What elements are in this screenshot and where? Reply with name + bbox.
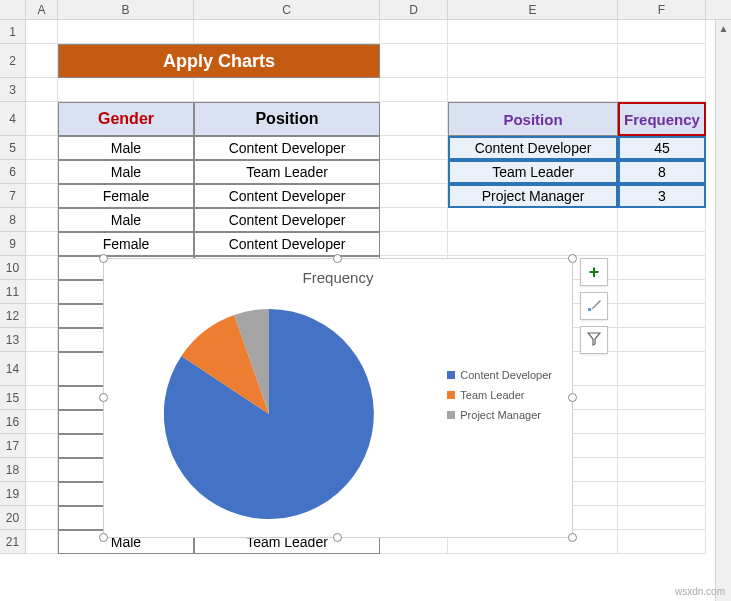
legend-item[interactable]: Team Leader: [447, 389, 552, 401]
cell[interactable]: [26, 386, 58, 410]
row-header[interactable]: 15: [0, 386, 26, 410]
chart-elements-button[interactable]: +: [580, 258, 608, 286]
cell[interactable]: [58, 78, 194, 102]
cell[interactable]: [194, 78, 380, 102]
cell[interactable]: [618, 44, 706, 78]
cell-frequency[interactable]: 45: [618, 136, 706, 160]
cell-frequency[interactable]: 8: [618, 160, 706, 184]
cell[interactable]: [618, 78, 706, 102]
row-header[interactable]: 11: [0, 280, 26, 304]
cell-position-r[interactable]: Content Developer: [448, 136, 618, 160]
cell[interactable]: [26, 20, 58, 44]
cell[interactable]: [448, 44, 618, 78]
cell[interactable]: [448, 232, 618, 256]
cell[interactable]: [618, 20, 706, 44]
row-header[interactable]: 13: [0, 328, 26, 352]
row-header[interactable]: 4: [0, 102, 26, 136]
cell[interactable]: [380, 184, 448, 208]
row-header[interactable]: 12: [0, 304, 26, 328]
cell[interactable]: [618, 434, 706, 458]
cell-position[interactable]: Content Developer: [194, 208, 380, 232]
cell[interactable]: [618, 482, 706, 506]
col-header-e[interactable]: E: [448, 0, 618, 19]
cell-position[interactable]: Content Developer: [194, 184, 380, 208]
cell[interactable]: [194, 20, 380, 44]
header-position-right[interactable]: Position: [448, 102, 618, 136]
row-header[interactable]: 3: [0, 78, 26, 102]
row-header[interactable]: 16: [0, 410, 26, 434]
col-header-d[interactable]: D: [380, 0, 448, 19]
cell[interactable]: [618, 280, 706, 304]
row-header[interactable]: 8: [0, 208, 26, 232]
header-frequency[interactable]: Frequency: [618, 102, 706, 136]
cell-position[interactable]: Content Developer: [194, 136, 380, 160]
cell[interactable]: [26, 304, 58, 328]
col-header-b[interactable]: B: [58, 0, 194, 19]
cell[interactable]: [380, 78, 448, 102]
row-header[interactable]: 6: [0, 160, 26, 184]
cell[interactable]: [618, 410, 706, 434]
resize-handle[interactable]: [568, 254, 577, 263]
cell-gender[interactable]: Male: [58, 208, 194, 232]
vertical-scrollbar[interactable]: ▲: [715, 20, 731, 601]
pie-chart-object[interactable]: Frequency Content Developer Team Leader …: [103, 258, 573, 538]
cell[interactable]: [618, 304, 706, 328]
cell[interactable]: [26, 232, 58, 256]
cell[interactable]: [26, 434, 58, 458]
cell-frequency[interactable]: 3: [618, 184, 706, 208]
cell[interactable]: [380, 232, 448, 256]
chart-legend[interactable]: Content Developer Team Leader Project Ma…: [447, 369, 552, 429]
row-header[interactable]: 9: [0, 232, 26, 256]
cell[interactable]: [618, 208, 706, 232]
cell[interactable]: [448, 20, 618, 44]
cell[interactable]: [618, 256, 706, 280]
cell[interactable]: [618, 232, 706, 256]
cell[interactable]: [26, 328, 58, 352]
chart-title[interactable]: Frequency: [104, 259, 572, 286]
row-header[interactable]: 2: [0, 44, 26, 78]
cell[interactable]: [26, 458, 58, 482]
cell[interactable]: [26, 352, 58, 386]
scroll-up-icon[interactable]: ▲: [716, 20, 731, 36]
pie-chart-plot[interactable]: [164, 309, 374, 519]
cell[interactable]: [26, 102, 58, 136]
cell[interactable]: [26, 410, 58, 434]
cell[interactable]: [618, 386, 706, 410]
cell[interactable]: [26, 280, 58, 304]
row-header[interactable]: 21: [0, 530, 26, 554]
cell-gender[interactable]: Male: [58, 136, 194, 160]
cell[interactable]: [26, 160, 58, 184]
resize-handle[interactable]: [99, 254, 108, 263]
col-header-f[interactable]: F: [618, 0, 706, 19]
cell[interactable]: [618, 458, 706, 482]
header-gender[interactable]: Gender: [58, 102, 194, 136]
col-header-a[interactable]: A: [26, 0, 58, 19]
header-position-left[interactable]: Position: [194, 102, 380, 136]
cell-gender[interactable]: Male: [58, 160, 194, 184]
cell[interactable]: [26, 78, 58, 102]
row-header[interactable]: 5: [0, 136, 26, 160]
cell[interactable]: [380, 20, 448, 44]
resize-handle[interactable]: [99, 393, 108, 402]
resize-handle[interactable]: [333, 254, 342, 263]
chart-filters-button[interactable]: [580, 326, 608, 354]
cell[interactable]: [448, 78, 618, 102]
cell[interactable]: [618, 506, 706, 530]
cell[interactable]: [380, 208, 448, 232]
row-header[interactable]: 14: [0, 352, 26, 386]
cell-position-r[interactable]: Team Leader: [448, 160, 618, 184]
row-header[interactable]: 10: [0, 256, 26, 280]
cell[interactable]: [26, 184, 58, 208]
title-cell[interactable]: Apply Charts: [58, 44, 380, 78]
cell[interactable]: [26, 530, 58, 554]
row-header[interactable]: 18: [0, 458, 26, 482]
cell[interactable]: [26, 136, 58, 160]
cell[interactable]: [26, 44, 58, 78]
row-header[interactable]: 17: [0, 434, 26, 458]
row-header[interactable]: 19: [0, 482, 26, 506]
resize-handle[interactable]: [568, 393, 577, 402]
row-header[interactable]: 7: [0, 184, 26, 208]
cell-gender[interactable]: Female: [58, 184, 194, 208]
legend-item[interactable]: Project Manager: [447, 409, 552, 421]
cell[interactable]: [380, 44, 448, 78]
